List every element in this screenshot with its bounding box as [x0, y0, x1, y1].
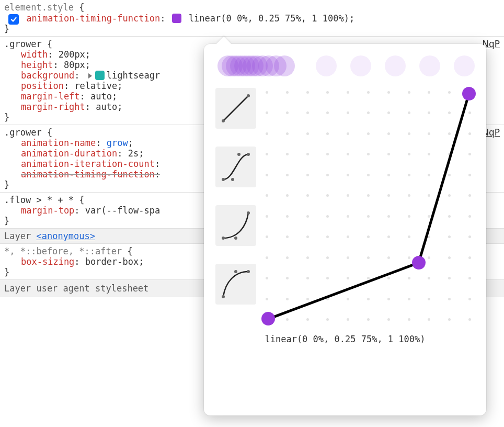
svg-point-10 — [222, 295, 225, 298]
property-name[interactable]: margin-right — [21, 102, 85, 112]
svg-point-3 — [222, 178, 225, 181]
preset-ease-in[interactable] — [215, 205, 256, 246]
property-value[interactable]: border-box — [85, 256, 139, 267]
layer-link[interactable]: <anonymous> — [36, 231, 95, 241]
brace-open: { — [79, 2, 84, 13]
svg-point-9 — [247, 211, 250, 215]
easing-swatch-icon[interactable] — [172, 14, 181, 23]
selector-text[interactable]: *, *::before, *::after — [4, 246, 122, 256]
property-value[interactable]: 2s — [128, 148, 139, 159]
svg-point-6 — [247, 153, 250, 156]
curve-control-point[interactable] — [412, 256, 426, 269]
property-name[interactable]: position — [21, 81, 64, 91]
selector-text: element.style — [4, 2, 74, 13]
selector-text[interactable]: .grower — [4, 39, 42, 49]
property-name[interactable]: height — [21, 60, 53, 70]
property-value[interactable]: 200px — [59, 49, 85, 60]
easing-preview-row — [215, 53, 475, 78]
property-value[interactable]: relative — [74, 81, 117, 91]
property-name[interactable]: animation-duration — [21, 148, 117, 159]
svg-point-11 — [234, 270, 237, 273]
svg-point-2 — [247, 94, 250, 97]
brace-close: } — [4, 24, 9, 34]
property-value[interactable]: auto — [90, 91, 112, 102]
svg-point-1 — [222, 119, 225, 122]
curve-control-point[interactable] — [261, 312, 275, 325]
selector-text[interactable]: .grower — [4, 127, 42, 138]
svg-line-0 — [223, 96, 248, 121]
property-value[interactable]: linear(0 0%, 0.25 75%, 1 100%) — [189, 13, 349, 24]
easing-preview-sparse — [316, 55, 475, 76]
property-value[interactable]: var(--flow-spa — [85, 205, 160, 216]
layer-label: Layer user agent stylesheet — [4, 283, 148, 294]
easing-editor-popover: linear(0 0%, 0.25 75%, 1 100%) — [204, 44, 486, 415]
svg-point-4 — [231, 178, 234, 181]
curve-segment[interactable] — [268, 261, 419, 320]
property-value[interactable]: auto — [96, 102, 117, 112]
svg-point-5 — [237, 153, 240, 156]
easing-preset-column — [215, 88, 256, 321]
property-name[interactable]: background — [21, 70, 74, 81]
property-value[interactable]: 80px — [64, 60, 85, 70]
easing-preview-dense — [217, 55, 293, 76]
rule-element-style: element.style { animation-timing-functio… — [0, 0, 504, 37]
layer-label: Layer — [4, 231, 31, 241]
preset-linear[interactable] — [215, 88, 256, 129]
property-name[interactable]: animation-name — [21, 138, 96, 148]
curve-control-point[interactable] — [462, 87, 476, 100]
svg-point-7 — [222, 237, 225, 240]
property-name[interactable]: animation-iteration-count — [21, 159, 155, 169]
property-name[interactable]: margin-left — [21, 91, 80, 102]
svg-point-12 — [247, 270, 250, 273]
color-swatch-icon[interactable] — [95, 71, 105, 80]
easing-value-display: linear(0 0%, 0.25 75%, 1 100%) — [215, 334, 475, 344]
property-value[interactable]: grow — [107, 138, 128, 148]
expand-triangle-icon[interactable] — [88, 73, 92, 78]
curve-segment[interactable] — [418, 93, 471, 263]
easing-curve-editor[interactable] — [266, 91, 472, 321]
property-value[interactable]: lightseagr — [107, 70, 160, 81]
property-name[interactable]: width — [21, 49, 48, 60]
property-name[interactable]: animation-timing-function — [26, 13, 160, 24]
svg-point-8 — [234, 237, 237, 240]
property-enabled-checkbox[interactable] — [8, 14, 19, 25]
property-name[interactable]: box-sizing — [21, 256, 74, 267]
property-name[interactable]: margin-top — [21, 205, 74, 216]
preset-ease-out[interactable] — [215, 264, 256, 305]
selector-text[interactable]: .flow > * + * — [4, 195, 74, 205]
preset-ease-in-out[interactable] — [215, 147, 256, 187]
